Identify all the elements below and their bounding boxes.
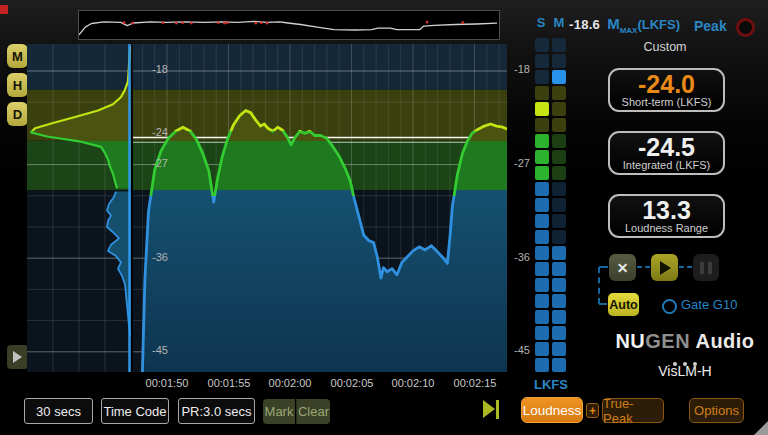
loudness-history-graph[interactable] xyxy=(133,44,507,372)
loudness-history-canvas xyxy=(133,44,507,372)
short-term-caption: Short-term (LKFS) xyxy=(610,96,723,109)
meter-segment xyxy=(552,38,566,52)
peak-label: Peak xyxy=(694,18,727,34)
gate-radio[interactable] xyxy=(662,299,677,314)
momentary-meter-label: M xyxy=(549,15,569,30)
meter-segment xyxy=(535,310,549,324)
vislm-plugin-window: S M -18.6MMAX(LKFS) Peak Custom M H D -1… xyxy=(0,0,768,435)
preset-name[interactable]: Custom xyxy=(604,40,726,54)
meter-segment xyxy=(552,246,566,260)
meter-segment xyxy=(535,214,549,228)
loudness-range-caption: Loudness Range xyxy=(610,222,723,235)
meter-segment xyxy=(535,70,549,84)
meter-segment xyxy=(535,198,549,212)
clip-indicator xyxy=(0,5,8,14)
skip-to-end-icon xyxy=(496,400,499,419)
meter-segment xyxy=(552,134,566,148)
meter-scale-tick: -45 xyxy=(504,344,530,356)
clear-button[interactable]: Clear xyxy=(296,399,330,424)
play-icon xyxy=(13,351,22,363)
integrated-value: -24.5 xyxy=(610,135,723,159)
histogram-mode-button[interactable]: H xyxy=(7,73,28,97)
meter-segment xyxy=(535,262,549,276)
meter-segment xyxy=(535,150,549,164)
momentary-mode-button[interactable]: M xyxy=(7,44,28,68)
meter-segment xyxy=(535,38,549,52)
integrated-caption: Integrated (LKFS) xyxy=(610,159,723,172)
meter-segment xyxy=(535,54,549,68)
meter-segment xyxy=(535,294,549,308)
meter-scale-tick: -18 xyxy=(504,63,530,75)
meter-segment xyxy=(535,182,549,196)
true-peak-tab-button[interactable]: True-Peak xyxy=(602,398,664,423)
meter-segment xyxy=(552,198,566,212)
auto-button[interactable]: Auto xyxy=(608,293,639,316)
meter-segment xyxy=(535,230,549,244)
meter-segment xyxy=(552,182,566,196)
pause-button[interactable] xyxy=(693,254,719,281)
nugen-audio-logo: NUGEN Audio xyxy=(600,330,768,353)
pause-icon xyxy=(708,262,712,274)
momentary-max-readout[interactable]: -18.6MMAX(LKFS) xyxy=(569,15,680,35)
loudness-range-readout[interactable]: 13.3 Loudness Range xyxy=(608,194,725,238)
pr-window-button[interactable]: PR:3.0 secs xyxy=(178,398,255,424)
meter-segment xyxy=(552,230,566,244)
resize-grip[interactable] xyxy=(754,421,768,435)
loudness-tab-button[interactable]: Loudness xyxy=(521,397,583,423)
connector-line xyxy=(679,266,692,268)
time-tick: 00:02:10 xyxy=(382,377,444,389)
graph-ytick: -18 xyxy=(147,63,173,75)
logo-nu: NU xyxy=(615,330,645,352)
connector-line xyxy=(598,267,600,304)
time-tick: 00:02:00 xyxy=(259,377,321,389)
meter-segment xyxy=(535,134,549,148)
short-term-meter-label: S xyxy=(531,15,551,30)
window-length-button[interactable]: 30 secs xyxy=(24,398,93,424)
gate-label: Gate G10 xyxy=(681,297,737,312)
short-term-value: -24.0 xyxy=(610,72,723,96)
meter-segment xyxy=(535,166,549,180)
meter-segment xyxy=(535,102,549,116)
reset-button[interactable]: ✕ xyxy=(609,254,636,281)
short-term-meter xyxy=(535,38,549,372)
meter-segment xyxy=(535,358,549,372)
loudness-distribution-panel[interactable] xyxy=(27,44,131,372)
momentary-max-value: -18.6 xyxy=(569,17,600,32)
skip-to-end-icon xyxy=(483,400,495,418)
run-button[interactable] xyxy=(651,254,678,281)
short-term-readout[interactable]: -24.0 Short-term (LKFS) xyxy=(608,68,725,112)
time-code-button[interactable]: Time Code xyxy=(101,398,169,424)
momentary-max-m: M xyxy=(607,15,620,32)
meter-segment xyxy=(535,246,549,260)
connector-line xyxy=(599,303,607,305)
meter-segment xyxy=(552,86,566,100)
meter-segment xyxy=(552,310,566,324)
meter-segment xyxy=(552,214,566,228)
logo-gen: GEN xyxy=(645,330,690,352)
skip-to-end-button[interactable] xyxy=(483,400,501,419)
distribution-mode-button[interactable]: D xyxy=(7,102,28,126)
momentary-max-unit: (LKFS) xyxy=(637,17,680,32)
meter-segment xyxy=(552,294,566,308)
history-play-button[interactable] xyxy=(7,345,28,369)
meter-segment xyxy=(535,342,549,356)
add-view-button[interactable]: + xyxy=(586,403,599,418)
time-tick: 00:02:05 xyxy=(321,377,383,389)
meter-segment xyxy=(552,166,566,180)
peak-indicator-icon[interactable] xyxy=(736,18,755,37)
meter-segment xyxy=(535,118,549,132)
meter-scale-tick: -36 xyxy=(504,251,530,263)
session-overview-strip[interactable] xyxy=(78,10,500,40)
product-name: VisLM-H xyxy=(600,363,768,379)
graph-ytick: -27 xyxy=(147,157,173,169)
meter-segment xyxy=(552,326,566,340)
options-button[interactable]: Options xyxy=(689,398,744,423)
meter-segment xyxy=(552,118,566,132)
mark-button[interactable]: Mark xyxy=(263,399,295,424)
overview-canvas xyxy=(79,11,497,37)
meter-scale-tick: -27 xyxy=(504,157,530,169)
play-icon xyxy=(660,261,671,275)
integrated-readout[interactable]: -24.5 Integrated (LKFS) xyxy=(608,131,725,175)
meter-segment xyxy=(552,262,566,276)
momentary-meter xyxy=(552,38,566,372)
